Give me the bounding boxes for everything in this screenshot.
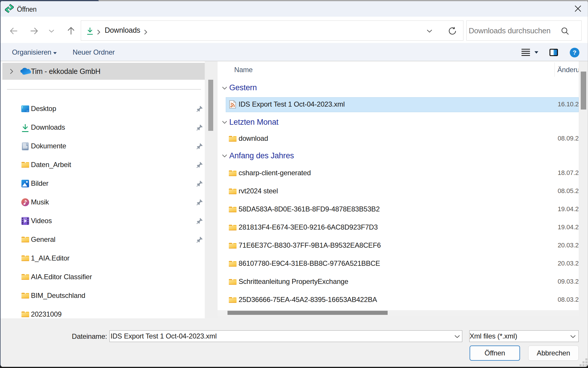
svg-text:?: ? (573, 49, 577, 56)
